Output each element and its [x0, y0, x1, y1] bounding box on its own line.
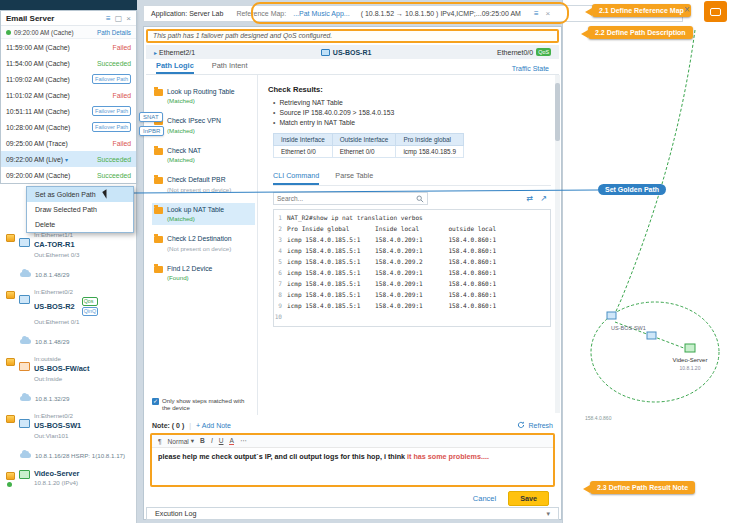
- paragraph-icon[interactable]: ¶: [158, 438, 162, 445]
- timeline-row[interactable]: 09:22:00 AM (Live)▾Succeeded: [1, 151, 136, 167]
- hop-device-name: US-BOS-SW1: [34, 421, 132, 430]
- close-path-icon[interactable]: ×: [546, 9, 551, 18]
- assistant-icon[interactable]: [704, 1, 727, 22]
- path-step[interactable]: Check L2 Destination(Not present on devi…: [152, 232, 255, 254]
- cli-tab[interactable]: CLI Command: [273, 171, 319, 185]
- search-icon[interactable]: [416, 195, 424, 203]
- hop-device[interactable]: In:Ethernet0/2US-BOS-R2QosQinQOut:Ethern…: [0, 285, 136, 328]
- timeline-row[interactable]: 11:54:00 AM (Cache)Succeeded: [1, 55, 136, 71]
- menu-icon[interactable]: ≡: [106, 14, 111, 23]
- timeline-row[interactable]: 11:59:00 AM (Cache)Failed: [1, 39, 136, 55]
- hop-gutter: [4, 287, 17, 299]
- bullet-text: Match entry in NAT Table: [279, 119, 355, 126]
- cloud-icon: [20, 272, 31, 277]
- steps-filter[interactable]: ✓ Only show steps matched with the devic…: [152, 397, 255, 411]
- hop-link[interactable]: 10.8.1.48/29: [0, 264, 136, 285]
- path-step[interactable]: Look up NAT Table(Matched): [152, 203, 255, 225]
- hop-list-panel: In:Ethernet1/1CA-TOR-R1Out:Ethernet 0/31…: [0, 184, 137, 523]
- cli-line-number: 9: [274, 300, 287, 311]
- search-box: [273, 192, 428, 205]
- context-menu-item[interactable]: Draw Selected Path: [27, 202, 133, 217]
- cli-line-number: 2: [274, 223, 287, 234]
- swap-icon[interactable]: ⇄: [527, 194, 534, 203]
- context-menu-item[interactable]: Set as Golden Path: [27, 187, 133, 202]
- timeline-row[interactable]: 09:25:00 AM (Trace)Failed: [1, 135, 136, 151]
- execution-log-bar[interactable]: Excution Log ▾: [146, 507, 559, 520]
- timeline-time: 09:25:00 AM (Trace): [6, 140, 68, 147]
- close-icon[interactable]: ×: [684, 4, 690, 15]
- timeline-time: 11:09:02 AM (Cache): [6, 76, 70, 83]
- path-step[interactable]: Find L2 Device(Found): [152, 262, 255, 284]
- step-content: Find L2 Device(Found): [167, 265, 212, 281]
- hop-device-info: Video-Server10.8.1.20 (IPv4): [34, 468, 132, 486]
- scrollbar-thumb[interactable]: [555, 83, 560, 141]
- format-i-button[interactable]: I: [211, 437, 213, 445]
- save-button[interactable]: Save: [508, 491, 549, 506]
- hop-link[interactable]: 10.8.1.48/29: [0, 331, 136, 352]
- path-step[interactable]: Check NAT(Matched): [152, 144, 255, 166]
- chevron-down-icon[interactable]: ▾: [65, 156, 68, 163]
- traffic-state-link[interactable]: Traffic State: [512, 65, 549, 74]
- hop-device[interactable]: In:outsideUS-BOS-FW/actOut:Inside: [0, 352, 136, 385]
- note-text[interactable]: please help me check output`s IP, and cl…: [152, 448, 553, 466]
- step-content: Check IPsec VPN(Matched): [167, 117, 221, 133]
- hop-link[interactable]: 10.8.1.32/29: [0, 388, 136, 409]
- timeline-status: Failed: [112, 140, 131, 147]
- cli-line-number: 1: [274, 212, 287, 223]
- device-feature-badge: Qos: [82, 297, 99, 306]
- switch-icon: [647, 332, 656, 339]
- path-description-box[interactable]: This path has 1 failover path designed a…: [146, 29, 559, 43]
- timeline-row[interactable]: 09:20:00 AM (Cache)Succeeded: [1, 167, 136, 183]
- timeline-row[interactable]: 10:28:00 AM (Cache)Failover Path: [1, 119, 136, 135]
- chevron-down-icon[interactable]: ▾: [546, 510, 550, 518]
- map-canvas[interactable]: US-BOS-SW1 Video-Server 10.8.1.20 158.4.…: [562, 0, 729, 523]
- path-step[interactable]: Check IPsec VPN(Matched): [152, 114, 255, 136]
- path-step[interactable]: Look up Routing Table(Matched): [152, 85, 255, 107]
- bullet-text: Retrieving NAT Table: [279, 99, 342, 106]
- bullet-icon: •: [273, 119, 275, 126]
- open-external-icon[interactable]: ↗: [540, 194, 547, 203]
- restore-icon[interactable]: ▢: [115, 14, 123, 23]
- format-select[interactable]: Normal▾: [168, 437, 195, 445]
- context-menu-items: Set as Golden PathDraw Selected PathDele…: [27, 187, 133, 232]
- timeline-row[interactable]: 11:09:02 AM (Cache)Failover Path: [1, 71, 136, 87]
- add-note-link[interactable]: + Add Note: [196, 422, 231, 429]
- hop-in-interface: In:Ethernet0/2: [34, 287, 132, 296]
- context-menu-item[interactable]: Delete: [27, 217, 133, 232]
- step-folder-icon: [154, 89, 163, 96]
- hop-link-label: 10.8.1.48/29: [35, 271, 69, 278]
- path-details-link[interactable]: Path Details: [97, 29, 131, 36]
- note-editor[interactable]: ¶ Normal▾ BIUA ⋯ please help me check ou…: [150, 433, 555, 487]
- device-name: CA-TOR-R1: [34, 240, 75, 249]
- cli-search-input[interactable]: [277, 195, 416, 202]
- timeline-row[interactable]: 11:01:02 AM (Cache)Failed: [1, 87, 136, 103]
- format-b-button[interactable]: B: [200, 437, 205, 445]
- note-bar: Note: ( 0 ) | + Add Note Refresh: [152, 419, 553, 431]
- close-icon[interactable]: ×: [126, 14, 131, 23]
- format-a-button[interactable]: A: [229, 437, 233, 445]
- hop-device[interactable]: In:Ethernet0/2US-BOS-SW1Out:Vlan101: [0, 409, 136, 442]
- path-tab[interactable]: Path Logic: [156, 61, 194, 74]
- server-icon: [19, 470, 30, 479]
- cli-line: 7icmp 158.4.0.185.5:1 158.4.0.209:1 158.…: [274, 278, 550, 289]
- timeline-row[interactable]: 10:51:11 AM (Cache)Failover Path: [1, 103, 136, 119]
- hop-server[interactable]: Video-Server10.8.1.20 (IPv4): [0, 466, 136, 489]
- reference-map-link[interactable]: ...Pat Music App...: [293, 10, 349, 17]
- cli-output-box[interactable]: 1NAT_R2#show ip nat translation verbos2P…: [273, 209, 551, 327]
- more-icon[interactable]: ⋯: [240, 437, 247, 445]
- map-server-label: Video-Server: [673, 357, 708, 363]
- step-folder-icon: [154, 148, 163, 155]
- path-step[interactable]: Check Default PBR(Not present on device): [152, 173, 255, 195]
- cli-line: 10: [274, 311, 550, 322]
- refresh-link[interactable]: Refresh: [517, 421, 553, 429]
- cancel-button[interactable]: Cancel: [473, 494, 496, 503]
- cli-tab[interactable]: Parse Table: [335, 171, 373, 185]
- format-u-button[interactable]: U: [219, 437, 224, 445]
- path-tab[interactable]: Path Intent: [212, 61, 248, 74]
- menu-icon[interactable]: ≡: [534, 9, 539, 18]
- note-count-label: Note: ( 0 ): [152, 422, 184, 429]
- topology-graphic: US-BOS-SW1 Video-Server 10.8.1.20 158.4.…: [563, 0, 729, 523]
- results-scrollbar[interactable]: [555, 75, 560, 413]
- hop-link[interactable]: 10.8.1.16/28 HSRP: 1(10.8.1.17): [0, 445, 136, 466]
- checkbox-checked-icon[interactable]: ✓: [152, 398, 159, 405]
